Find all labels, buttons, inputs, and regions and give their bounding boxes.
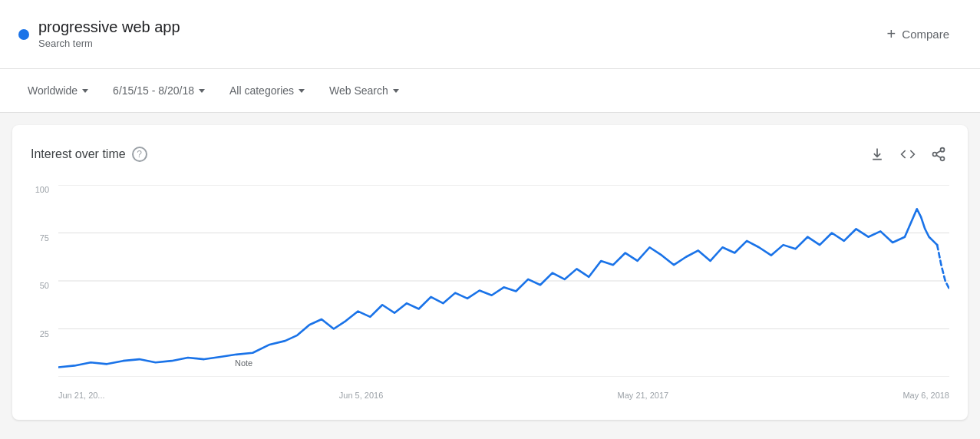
search-term-title: progressive web app [38, 18, 180, 36]
embed-button[interactable] [897, 144, 919, 165]
search-type-filter[interactable]: Web Search [320, 78, 408, 103]
search-term-sublabel: Search term [38, 38, 93, 49]
filters-bar: Worldwide 6/15/15 - 8/20/18 All categori… [0, 69, 980, 113]
chart-area: 100 75 50 25 Jun 21, 20... Jun 5, 2016 M… [12, 177, 968, 408]
y-axis-labels: 100 75 50 25 [12, 185, 55, 377]
svg-point-0 [941, 148, 945, 152]
share-icon [931, 147, 946, 162]
search-term-text: progressive web app Search term [38, 18, 180, 50]
search-term-section: progressive web app Search term [18, 18, 180, 50]
category-label: All categories [229, 84, 294, 97]
compare-plus-icon: + [887, 25, 896, 43]
y-label-25: 25 [40, 329, 49, 338]
x-label-2: Jun 5, 2016 [339, 391, 384, 400]
compare-button[interactable]: + Compare [875, 19, 962, 49]
search-type-chevron-icon [393, 89, 399, 93]
chart-actions [866, 144, 949, 165]
search-type-label: Web Search [329, 84, 388, 97]
svg-point-2 [941, 157, 945, 160]
y-label-75: 75 [40, 233, 49, 243]
x-axis-labels: Jun 21, 20... Jun 5, 2016 May 21, 2017 M… [58, 391, 949, 400]
chart-title: Interest over time [31, 147, 126, 161]
date-range-chevron-icon [199, 89, 205, 93]
download-icon [869, 147, 885, 162]
compare-label: Compare [902, 28, 949, 41]
region-label: Worldwide [28, 84, 78, 97]
svg-line-3 [936, 155, 941, 157]
svg-point-1 [933, 153, 937, 157]
help-icon-label: ? [137, 149, 142, 160]
top-bar: progressive web app Search term + Compar… [0, 0, 980, 69]
date-range-filter[interactable]: 6/15/15 - 8/20/18 [104, 78, 214, 103]
embed-icon [900, 147, 916, 162]
note-label: Note [235, 358, 252, 368]
x-label-1: Jun 21, 20... [58, 391, 105, 400]
help-icon[interactable]: ? [132, 147, 147, 162]
y-label-100: 100 [35, 185, 49, 194]
region-chevron-icon [82, 89, 88, 93]
chart-header: Interest over time ? [12, 137, 968, 177]
chart-title-section: Interest over time ? [31, 147, 147, 162]
region-filter[interactable]: Worldwide [18, 78, 97, 103]
x-label-3: May 21, 2017 [618, 391, 669, 400]
share-button[interactable] [928, 144, 949, 165]
x-label-4: May 6, 2018 [902, 391, 949, 400]
category-filter[interactable]: All categories [220, 78, 314, 103]
category-chevron-icon [299, 89, 305, 93]
date-range-label: 6/15/15 - 8/20/18 [113, 84, 194, 97]
interest-chart [58, 185, 949, 377]
chart-container: Interest over time ? [12, 125, 968, 420]
y-label-50: 50 [40, 281, 49, 290]
svg-line-4 [936, 150, 941, 153]
search-term-dot [18, 29, 29, 40]
download-button[interactable] [866, 144, 888, 165]
